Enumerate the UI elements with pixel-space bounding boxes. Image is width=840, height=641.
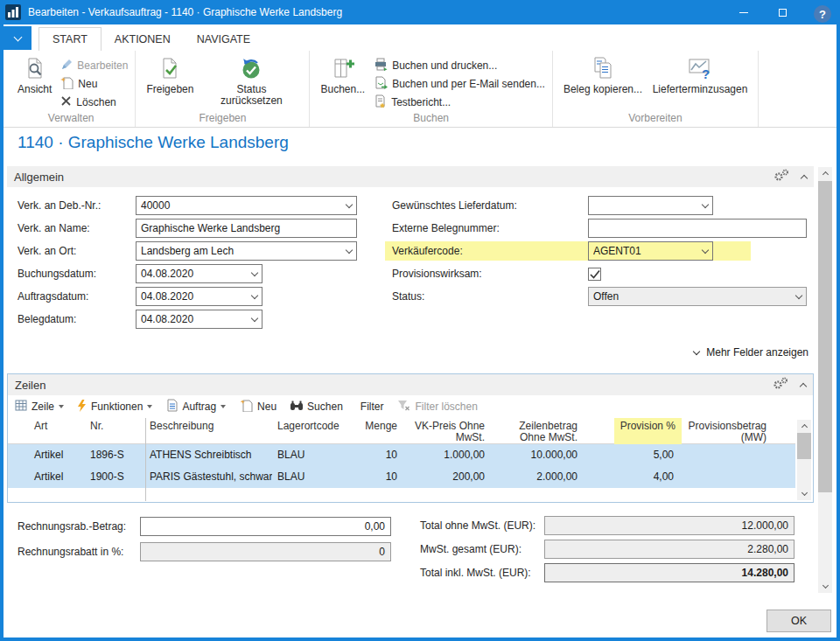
new-document-icon (60, 76, 74, 92)
chevron-down-icon[interactable] (702, 246, 709, 253)
allgemein-section-header[interactable]: Allgemein (7, 166, 814, 187)
column-header-nr[interactable]: Nr. (85, 418, 144, 432)
copy-document-icon (592, 54, 614, 82)
minimize-button[interactable] (724, 0, 763, 24)
maximize-button[interactable] (763, 0, 802, 24)
collapse-chevron-icon[interactable] (800, 382, 807, 389)
scrollbar-thumb[interactable] (818, 181, 832, 492)
cell[interactable]: BLAU (272, 444, 347, 466)
cell[interactable]: PARIS Gästestuhl, schwarz (144, 466, 272, 488)
more-fields-link[interactable]: Mehr Felder anzeigen (694, 346, 808, 359)
chevron-down-icon[interactable] (795, 291, 802, 298)
auftragsdatum-picker[interactable]: 04.08.2020 (136, 287, 262, 306)
rechnungsrabatt-prozent-label: Rechnungsrabatt in %: (18, 542, 140, 561)
filter-button[interactable]: Filter (360, 401, 384, 413)
column-header-provisionsbetrag[interactable]: Provisionsbetrag (MW) (682, 418, 774, 443)
lieferterminzusagen-button[interactable]: ? Lieferterminzusagen (648, 52, 752, 97)
status-combo[interactable]: Offen (588, 287, 807, 306)
filter-loeschen-label: Filter löschen (415, 401, 477, 413)
group-label-verwalten: Verwalten (12, 111, 130, 127)
verkaeufercode-combo[interactable]: AGENT01 (588, 241, 713, 261)
cell[interactable]: Artikel (27, 466, 85, 488)
column-header-provision-highlighted[interactable]: Provision % (585, 418, 682, 444)
scrollbar-thumb[interactable] (797, 433, 811, 459)
collapse-chevron-icon[interactable] (801, 174, 808, 181)
neu-zeile-button[interactable]: Neu (240, 399, 276, 415)
beleg-kopieren-button[interactable]: Beleg kopieren... (558, 52, 648, 97)
column-header-vk-preis[interactable]: VK-Preis Ohne MwSt. (405, 418, 493, 443)
cell[interactable]: 200,00 (405, 466, 493, 488)
chevron-down-icon (13, 32, 22, 41)
help-button[interactable]: ? (814, 5, 831, 23)
filter-loeschen-button[interactable]: Filter löschen (397, 400, 477, 414)
chevron-down-icon[interactable] (251, 314, 258, 321)
ort-combo[interactable]: Landsberg am Lech (136, 241, 357, 261)
cell[interactable]: 10 (347, 466, 405, 488)
scroll-up-icon[interactable] (797, 420, 811, 433)
cell[interactable]: 2.000,00 (493, 466, 585, 488)
loeschen-button[interactable]: Löschen (60, 94, 128, 110)
column-header-art[interactable]: Art (27, 418, 85, 432)
column-header-zeilenbetrag[interactable]: Zeilenbetrag Ohne MwSt. (493, 418, 585, 443)
column-header-menge[interactable]: Menge (347, 418, 405, 432)
cell[interactable]: 5,00 (585, 444, 682, 466)
cell[interactable]: BLAU (272, 466, 347, 488)
field-row: Verk. an Ort: Landsberg am Lech (18, 241, 368, 261)
suchen-button[interactable]: Suchen (290, 401, 343, 414)
buchen-und-email-label: Buchen und per E-Mail senden... (392, 78, 545, 90)
cell[interactable]: 1900-S (85, 466, 144, 488)
zeilen-section-header[interactable]: Zeilen (8, 374, 813, 395)
scroll-down-icon[interactable] (797, 487, 811, 500)
gears-icon[interactable] (772, 169, 791, 185)
table-scrollbar[interactable] (797, 420, 811, 500)
ok-button[interactable]: OK (766, 610, 831, 632)
main-scrollbar[interactable] (818, 167, 832, 593)
name-input[interactable]: Graphische Werke Landsberg (136, 219, 357, 238)
cell[interactable]: 10.000,00 (493, 444, 585, 466)
neu-button[interactable]: Neu (60, 76, 128, 92)
tab-start[interactable]: START (38, 27, 102, 51)
buchen-und-email-button[interactable]: Buchen und per E-Mail senden... (374, 76, 545, 92)
cell[interactable]: 1896-S (85, 444, 144, 466)
buchungsdatum-picker[interactable]: 04.08.2020 (136, 264, 262, 283)
chevron-down-icon[interactable] (251, 268, 258, 275)
cell[interactable]: ATHENS Schreibtisch (144, 444, 272, 466)
zeile-menu-button[interactable]: Zeile (15, 400, 64, 414)
provisionswirksam-checkbox[interactable] (588, 268, 601, 281)
funktionen-menu-button[interactable]: Funktionen (78, 400, 152, 415)
tab-navigate[interactable]: NAVIGATE (184, 28, 263, 51)
cell[interactable]: 10 (347, 444, 405, 466)
column-header-lagerortcode[interactable]: Lagerortcode (272, 418, 347, 432)
bearbeiten-button[interactable]: Bearbeiten (60, 58, 128, 73)
window-border (0, 24, 4, 641)
app-menu-button[interactable] (4, 26, 32, 50)
belegdatum-picker[interactable]: 04.08.2020 (136, 310, 262, 329)
chevron-down-icon[interactable] (702, 200, 709, 207)
cell[interactable]: Artikel (27, 444, 85, 466)
column-header-beschreibung[interactable]: Beschreibung (144, 418, 272, 432)
buchen-button[interactable]: Buchen... (315, 52, 370, 97)
testbericht-button[interactable]: Testbericht... (374, 94, 545, 110)
auftrag-menu-button[interactable]: Auftrag (166, 399, 226, 415)
chevron-down-icon[interactable] (251, 291, 258, 298)
cell[interactable]: 1.000,00 (405, 444, 493, 466)
tab-aktionen[interactable]: AKTIONEN (102, 28, 184, 51)
freigeben-button[interactable]: Freigeben (141, 52, 199, 97)
buchen-und-drucken-button[interactable]: Buchen und drucken... (374, 58, 545, 73)
scroll-down-icon[interactable] (818, 580, 832, 593)
field-row: Buchungsdatum: 04.08.2020 (18, 264, 368, 283)
table-row[interactable]: Artikel 1896-S ATHENS Schreibtisch BLAU … (8, 444, 795, 466)
ansicht-button[interactable]: Ansicht (12, 52, 57, 97)
chevron-down-icon[interactable] (346, 200, 353, 207)
total-ohne-mwst-field: 12.000,00 (544, 516, 794, 535)
gears-icon[interactable] (771, 377, 790, 393)
table-row[interactable]: Artikel 1900-S PARIS Gästestuhl, schwarz… (8, 466, 795, 488)
cell[interactable]: 4,00 (585, 466, 682, 488)
rechnungsrab-betrag-input[interactable]: 0,00 (140, 517, 391, 536)
lieferdatum-picker[interactable] (588, 196, 713, 215)
status-zuruecksetzen-button[interactable]: Status zurücksetzen (199, 52, 304, 108)
externe-belegnummer-input[interactable] (588, 219, 807, 238)
scroll-up-icon[interactable] (818, 167, 832, 180)
deb-nr-combo[interactable]: 40000 (136, 196, 357, 215)
chevron-down-icon[interactable] (346, 246, 353, 253)
